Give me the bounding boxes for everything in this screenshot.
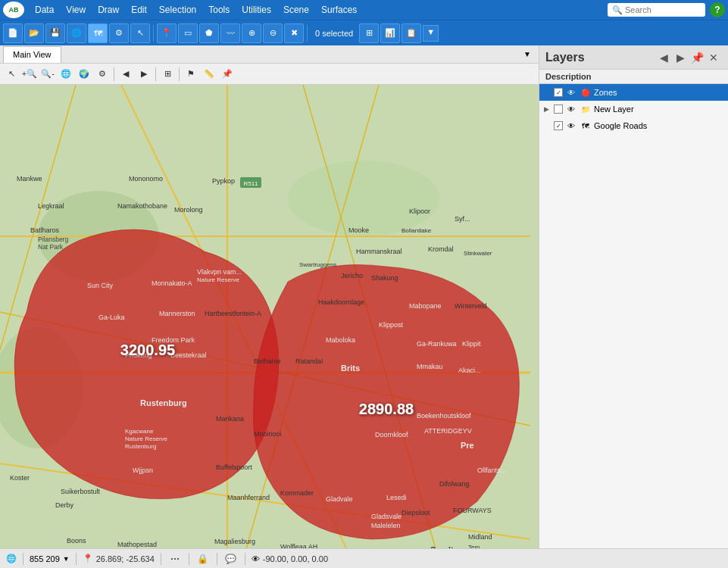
svg-text:Kromdal: Kromdal [428, 245, 454, 253]
select-poly-button[interactable]: ⬟ [199, 23, 219, 43]
select-freehand-button[interactable]: 〰 [220, 23, 240, 43]
measure-tool[interactable]: 📏 [201, 66, 217, 83]
menu-edit[interactable]: Edit [125, 2, 153, 17]
search-box[interactable]: 🔍 [608, 3, 705, 17]
status-sep-5 [217, 553, 217, 565]
layers-pin-button[interactable]: 📌 [689, 49, 705, 66]
extra-tool[interactable]: 📌 [219, 66, 236, 83]
menu-bar: AB Data View Draw Edit Selection Tools U… [0, 0, 728, 20]
svg-text:Mabopane: Mabopane [409, 302, 442, 310]
svg-text:Ollfants...: Ollfants... [477, 467, 506, 474]
cursor-button[interactable]: ↖ [130, 23, 150, 43]
svg-text:Midland: Midland [468, 533, 492, 541]
svg-text:Lesedi: Lesedi [386, 494, 407, 501]
back-tool[interactable]: ◀ [117, 66, 134, 83]
globe-tool-1[interactable]: 🌐 [58, 66, 74, 83]
map-active-button[interactable]: 🗺 [88, 23, 108, 43]
svg-text:Namakothobane: Namakothobane [117, 202, 167, 210]
help-button[interactable]: ? [710, 2, 725, 17]
select-remove-button[interactable]: ⊖ [263, 23, 283, 43]
svg-text:Brits: Brits [341, 364, 360, 373]
svg-text:ATTERIDGEYV: ATTERIDGEYV [424, 427, 472, 435]
layer-item-google-roads[interactable]: ✓ 👁 🗺 Google Roads [539, 117, 728, 134]
scale-dropdown-icon[interactable]: ▼ [63, 555, 70, 563]
dots-button[interactable]: ⋯ [167, 551, 183, 566]
forward-tool[interactable]: ▶ [136, 66, 152, 83]
layers-list: ✓ 👁 🔴 Zones ▶ 👁 📁 New Layer ✓ 👁 🗺 Google… [539, 84, 728, 548]
layers-title: Layers [545, 51, 655, 64]
svg-text:Marikana: Marikana [216, 415, 244, 423]
zoom-in-tool[interactable]: +🔍 [21, 66, 38, 83]
svg-text:Syf...: Syf... [455, 215, 470, 223]
measure-tool-flag[interactable]: ⚑ [183, 66, 199, 83]
zones-checkbox[interactable]: ✓ [554, 88, 563, 97]
save-file-button[interactable]: 💾 [45, 23, 65, 43]
layers-close-button[interactable]: ✕ [705, 49, 722, 66]
toolbar-dropdown[interactable]: ▼ [423, 25, 439, 42]
menu-scene[interactable]: Scene [277, 2, 315, 17]
globe-tool-2[interactable]: 🌍 [76, 66, 92, 83]
new-layer-folder-icon: 📁 [580, 103, 592, 115]
svg-text:Difolwang: Difolwang [439, 480, 470, 488]
menu-draw[interactable]: Draw [92, 2, 125, 17]
menu-surfaces[interactable]: Surfaces [315, 2, 363, 17]
web-map-button[interactable]: 🌐 [67, 23, 86, 43]
layer-item-new[interactable]: ▶ 👁 📁 New Layer [539, 101, 728, 117]
svg-text:Swartruggens: Swartruggens [299, 261, 336, 268]
lock-status-button[interactable]: 🔒 [195, 551, 211, 566]
menu-view[interactable]: View [60, 2, 92, 17]
svg-text:Maboloka: Maboloka [326, 336, 355, 344]
svg-text:Rustenburg: Rustenburg [140, 398, 187, 407]
layers-back-button[interactable]: ◀ [655, 49, 672, 66]
svg-text:Klippost: Klippost [379, 321, 404, 329]
svg-text:Boekenhoutskloof: Boekenhoutskloof [417, 412, 471, 420]
search-input[interactable] [625, 5, 701, 14]
google-roads-eye-icon: 👁 [565, 120, 577, 132]
map-view[interactable]: Mankwe Mononomo Legkraal Namakothobane M… [0, 85, 539, 548]
select-rect-button[interactable]: ▭ [178, 23, 198, 43]
message-button[interactable]: 💬 [223, 551, 239, 566]
new-layer-label: New Layer [594, 105, 634, 114]
globe-status[interactable]: 🌐 [6, 554, 17, 563]
open-file-button[interactable]: 📂 [24, 23, 44, 43]
new-layer-checkbox[interactable] [554, 105, 563, 114]
svg-text:Wjjpsn: Wjjpsn [133, 467, 153, 474]
select-view-button[interactable]: ⊞ [359, 23, 379, 43]
google-roads-map-icon: 🗺 [580, 120, 592, 132]
layers-forward-button[interactable]: ▶ [672, 49, 689, 66]
svg-text:Ga-Luka: Ga-Luka [98, 314, 125, 321]
location-icon: 📍 [83, 554, 93, 563]
menu-tools[interactable]: Tools [202, 2, 236, 17]
svg-text:Mononomo: Mononomo [129, 175, 163, 183]
google-roads-checkbox[interactable]: ✓ [554, 121, 563, 130]
svg-text:Mmakau: Mmakau [417, 363, 443, 370]
deselect-button[interactable]: ✖ [284, 23, 304, 43]
layer-item-zones[interactable]: ✓ 👁 🔴 Zones [539, 84, 728, 101]
menu-data[interactable]: Data [29, 2, 60, 17]
select-extend-button[interactable]: ⊕ [242, 23, 261, 43]
grid-tool[interactable]: ⊞ [159, 66, 176, 83]
settings-map-tool[interactable]: ⚙ [94, 66, 111, 83]
menu-selection[interactable]: Selection [153, 2, 202, 17]
status-sep-2 [76, 553, 77, 565]
new-file-button[interactable]: 📄 [3, 23, 23, 43]
svg-text:Maanhferrand: Maanhferrand [227, 494, 270, 501]
main-view-tab[interactable]: Main View [3, 46, 61, 63]
svg-text:Ratanda!: Ratanda! [295, 357, 323, 365]
menu-utilities[interactable]: Utilities [236, 2, 277, 17]
tab-arrow[interactable]: ▼ [519, 48, 536, 60]
svg-text:R511: R511 [243, 180, 258, 187]
svg-text:Pilansberg: Pilansberg [38, 236, 68, 243]
export2-button[interactable]: 📋 [401, 23, 421, 43]
settings-button[interactable]: ⚙ [109, 23, 129, 43]
map-container: Main View ▼ ↖ +🔍 🔍- 🌐 🌍 ⚙ ◀ ▶ ⊞ ⚑ 📏 📌 [0, 45, 539, 548]
export-button[interactable]: 📊 [380, 23, 400, 43]
pointer-tool[interactable]: ↖ [3, 66, 20, 83]
svg-text:2890.88: 2890.88 [359, 401, 414, 417]
status-bar: 🌐 855 209 ▼ 📍 26.869; -25.634 ⋯ 🔒 💬 👁 -9… [0, 548, 728, 568]
zoom-out-tool[interactable]: 🔍- [39, 66, 56, 83]
visibility-coords: -90.00, 0.00, 0.00 [263, 554, 328, 563]
svg-text:3200.95: 3200.95 [120, 342, 175, 358]
pin-button[interactable]: 📍 [157, 23, 177, 43]
svg-text:Nature Reserve: Nature Reserve [125, 435, 168, 442]
